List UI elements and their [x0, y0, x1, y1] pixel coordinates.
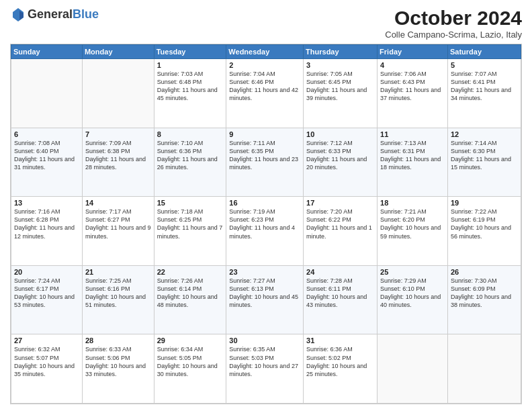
logo: GeneralBlue [10, 7, 99, 23]
header-cell-wednesday: Wednesday [226, 45, 304, 59]
calendar-title: October 2024 [385, 7, 522, 30]
calendar-cell: 15Sunrise: 7:18 AMSunset: 6:25 PMDayligh… [154, 197, 226, 266]
day-info: Sunrise: 7:07 AMSunset: 6:41 PMDaylight:… [451, 70, 518, 103]
header-cell-tuesday: Tuesday [154, 45, 226, 59]
logo-text: GeneralBlue [28, 8, 99, 21]
day-info: Sunrise: 7:05 AMSunset: 6:45 PMDaylight:… [306, 70, 374, 103]
header-cell-sunday: Sunday [11, 45, 83, 59]
header-cell-thursday: Thursday [304, 45, 378, 59]
calendar-cell: 31Sunrise: 6:36 AMSunset: 5:02 PMDayligh… [304, 334, 378, 404]
calendar-cell: 5Sunrise: 7:07 AMSunset: 6:41 PMDaylight… [447, 59, 521, 128]
calendar-cell: 4Sunrise: 7:06 AMSunset: 6:43 PMDaylight… [378, 59, 448, 128]
calendar-cell: 18Sunrise: 7:21 AMSunset: 6:20 PMDayligh… [378, 197, 448, 266]
calendar-cell: 19Sunrise: 7:22 AMSunset: 6:19 PMDayligh… [447, 197, 521, 266]
day-number: 23 [229, 268, 300, 276]
day-info: Sunrise: 7:12 AMSunset: 6:33 PMDaylight:… [306, 139, 374, 172]
day-info: Sunrise: 7:25 AMSunset: 6:16 PMDaylight:… [85, 277, 151, 310]
calendar-week-3: 20Sunrise: 7:24 AMSunset: 6:17 PMDayligh… [11, 265, 521, 334]
day-number: 20 [14, 268, 79, 276]
day-number: 11 [380, 130, 445, 138]
calendar-cell: 13Sunrise: 7:16 AMSunset: 6:28 PMDayligh… [11, 197, 83, 266]
calendar-week-2: 13Sunrise: 7:16 AMSunset: 6:28 PMDayligh… [11, 197, 521, 266]
day-info: Sunrise: 6:35 AMSunset: 5:03 PMDaylight:… [229, 345, 300, 378]
calendar-cell: 28Sunrise: 6:33 AMSunset: 5:06 PMDayligh… [82, 334, 154, 404]
day-info: Sunrise: 7:03 AMSunset: 6:48 PMDaylight:… [157, 70, 224, 103]
calendar-cell: 25Sunrise: 7:29 AMSunset: 6:10 PMDayligh… [378, 265, 448, 334]
calendar-subtitle: Colle Campano-Scrima, Lazio, Italy [385, 30, 522, 40]
calendar-cell: 10Sunrise: 7:12 AMSunset: 6:33 PMDayligh… [304, 128, 378, 197]
calendar-cell: 17Sunrise: 7:20 AMSunset: 6:22 PMDayligh… [304, 197, 378, 266]
day-info: Sunrise: 7:28 AMSunset: 6:11 PMDaylight:… [306, 277, 374, 310]
calendar-week-1: 6Sunrise: 7:08 AMSunset: 6:40 PMDaylight… [11, 128, 521, 197]
calendar-cell [447, 334, 521, 404]
calendar-page: GeneralBlue October 2024 Colle Campano-S… [0, 0, 532, 411]
calendar-container: SundayMondayTuesdayWednesdayThursdayFrid… [10, 44, 522, 404]
calendar-week-0: 1Sunrise: 7:03 AMSunset: 6:48 PMDaylight… [11, 59, 521, 128]
day-info: Sunrise: 7:09 AMSunset: 6:38 PMDaylight:… [85, 139, 151, 172]
day-number: 26 [451, 268, 518, 276]
header-cell-monday: Monday [82, 45, 154, 59]
calendar-cell [378, 334, 448, 404]
calendar-table: SundayMondayTuesdayWednesdayThursdayFrid… [11, 44, 521, 404]
calendar-week-4: 27Sunrise: 6:32 AMSunset: 5:07 PMDayligh… [11, 334, 521, 404]
day-number: 28 [85, 336, 151, 345]
header-cell-friday: Friday [378, 45, 448, 59]
day-number: 24 [306, 268, 374, 276]
day-number: 4 [380, 61, 445, 69]
day-info: Sunrise: 7:30 AMSunset: 6:09 PMDaylight:… [451, 277, 518, 310]
day-number: 8 [157, 130, 224, 138]
calendar-cell: 2Sunrise: 7:04 AMSunset: 6:46 PMDaylight… [226, 59, 304, 128]
day-number: 30 [229, 336, 300, 345]
calendar-body: 1Sunrise: 7:03 AMSunset: 6:48 PMDaylight… [11, 59, 521, 404]
day-number: 21 [85, 268, 151, 276]
day-info: Sunrise: 7:04 AMSunset: 6:46 PMDaylight:… [229, 70, 300, 103]
header-cell-saturday: Saturday [447, 45, 521, 59]
logo-general: General [28, 7, 73, 21]
day-number: 3 [306, 61, 374, 69]
day-number: 6 [14, 130, 79, 138]
day-info: Sunrise: 7:14 AMSunset: 6:30 PMDaylight:… [451, 139, 518, 172]
day-number: 12 [451, 130, 518, 138]
day-number: 17 [306, 199, 374, 207]
calendar-cell: 20Sunrise: 7:24 AMSunset: 6:17 PMDayligh… [11, 265, 83, 334]
day-info: Sunrise: 7:24 AMSunset: 6:17 PMDaylight:… [14, 277, 79, 310]
day-info: Sunrise: 7:26 AMSunset: 6:14 PMDaylight:… [157, 277, 224, 310]
day-info: Sunrise: 7:16 AMSunset: 6:28 PMDaylight:… [14, 208, 79, 240]
day-info: Sunrise: 7:20 AMSunset: 6:22 PMDaylight:… [306, 208, 374, 240]
logo-blue: Blue [73, 7, 99, 21]
calendar-cell: 24Sunrise: 7:28 AMSunset: 6:11 PMDayligh… [304, 265, 378, 334]
calendar-cell: 9Sunrise: 7:11 AMSunset: 6:35 PMDaylight… [226, 128, 304, 197]
day-info: Sunrise: 7:17 AMSunset: 6:27 PMDaylight:… [85, 208, 151, 240]
calendar-cell [82, 59, 154, 128]
calendar-cell: 1Sunrise: 7:03 AMSunset: 6:48 PMDaylight… [154, 59, 226, 128]
calendar-cell: 11Sunrise: 7:13 AMSunset: 6:31 PMDayligh… [378, 128, 448, 197]
day-number: 25 [380, 268, 445, 276]
day-info: Sunrise: 7:27 AMSunset: 6:13 PMDaylight:… [229, 277, 300, 310]
day-info: Sunrise: 7:11 AMSunset: 6:35 PMDaylight:… [229, 139, 300, 172]
day-number: 5 [451, 61, 518, 69]
day-info: Sunrise: 6:33 AMSunset: 5:06 PMDaylight:… [85, 345, 151, 378]
day-info: Sunrise: 6:36 AMSunset: 5:02 PMDaylight:… [306, 345, 374, 378]
day-number: 18 [380, 199, 445, 207]
day-info: Sunrise: 6:32 AMSunset: 5:07 PMDaylight:… [14, 345, 79, 378]
day-number: 22 [157, 268, 224, 276]
logo-icon [10, 7, 26, 23]
calendar-cell: 21Sunrise: 7:25 AMSunset: 6:16 PMDayligh… [82, 265, 154, 334]
day-info: Sunrise: 7:18 AMSunset: 6:25 PMDaylight:… [157, 208, 224, 240]
calendar-cell: 3Sunrise: 7:05 AMSunset: 6:45 PMDaylight… [304, 59, 378, 128]
calendar-cell: 26Sunrise: 7:30 AMSunset: 6:09 PMDayligh… [447, 265, 521, 334]
day-number: 7 [85, 130, 151, 138]
header-row: SundayMondayTuesdayWednesdayThursdayFrid… [11, 45, 521, 59]
day-number: 1 [157, 61, 224, 69]
day-info: Sunrise: 7:29 AMSunset: 6:10 PMDaylight:… [380, 277, 445, 310]
day-number: 29 [157, 336, 224, 345]
day-number: 15 [157, 199, 224, 207]
day-number: 2 [229, 61, 300, 69]
day-info: Sunrise: 7:21 AMSunset: 6:20 PMDaylight:… [380, 208, 445, 240]
calendar-cell: 6Sunrise: 7:08 AMSunset: 6:40 PMDaylight… [11, 128, 83, 197]
day-info: Sunrise: 7:19 AMSunset: 6:23 PMDaylight:… [229, 208, 300, 240]
calendar-cell: 8Sunrise: 7:10 AMSunset: 6:36 PMDaylight… [154, 128, 226, 197]
calendar-cell: 12Sunrise: 7:14 AMSunset: 6:30 PMDayligh… [447, 128, 521, 197]
calendar-cell: 30Sunrise: 6:35 AMSunset: 5:03 PMDayligh… [226, 334, 304, 404]
day-info: Sunrise: 7:10 AMSunset: 6:36 PMDaylight:… [157, 139, 224, 172]
